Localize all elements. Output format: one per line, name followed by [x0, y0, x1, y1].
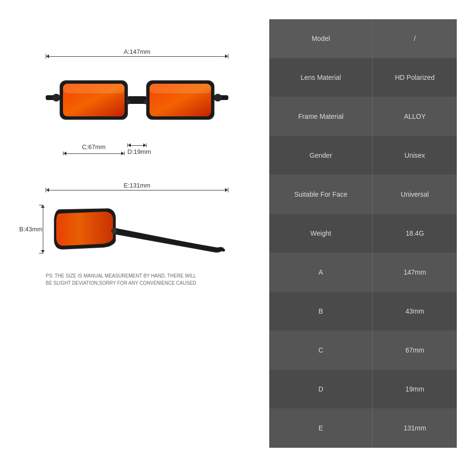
spec-value: /	[373, 19, 457, 58]
svg-line-13	[113, 231, 224, 250]
table-row: Frame MaterialALLOY	[269, 97, 457, 136]
dim-c-line: C:67mm	[63, 143, 125, 155]
dim-a-container: A:147mm	[46, 43, 228, 59]
spec-value: Universal	[373, 175, 457, 214]
specs-table: Model/Lens MaterialHD PolarizedFrame Mat…	[269, 19, 457, 448]
dim-a-label: A:147mm	[124, 48, 150, 55]
spec-label: Gender	[269, 136, 373, 175]
spec-label: Lens Material	[269, 58, 373, 97]
svg-rect-5	[150, 84, 211, 93]
spec-value: ALLOY	[373, 97, 457, 136]
spec-value: Unisex	[373, 136, 457, 175]
spec-value: 19mm	[373, 369, 457, 408]
spec-value: 147mm	[373, 252, 457, 291]
svg-point-11	[126, 100, 130, 104]
svg-point-14	[111, 228, 117, 234]
spec-label: D	[269, 369, 373, 408]
dim-cd-container: C:67mm	[46, 143, 228, 167]
table-row: Model/	[269, 19, 457, 58]
dim-b-label: B:43mm	[19, 226, 42, 233]
spec-value: 67mm	[373, 330, 457, 369]
svg-rect-6	[127, 96, 147, 104]
spec-value: HD Polarized	[373, 58, 457, 97]
right-panel: Model/Lens MaterialHD PolarizedFrame Mat…	[269, 19, 457, 448]
svg-rect-2	[63, 84, 125, 93]
spec-value: 43mm	[373, 291, 457, 330]
dim-d-label: D:19mm	[127, 148, 147, 155]
spec-label: A	[269, 252, 373, 291]
spec-label: Weight	[269, 214, 373, 252]
table-row: C67mm	[269, 330, 457, 369]
spec-label: B	[269, 291, 373, 330]
dim-d-line: D:19mm	[127, 143, 147, 155]
table-row: Lens MaterialHD Polarized	[269, 58, 457, 97]
svg-point-9	[52, 94, 60, 101]
ps-note: PS: THE SIZE IS MANUAL MEASUREMENT BY HA…	[46, 272, 228, 287]
spec-value: 18.4G	[373, 214, 457, 252]
table-row: A147mm	[269, 252, 457, 291]
svg-point-10	[214, 94, 222, 101]
spec-label: E	[269, 408, 373, 447]
table-row: Suitable For FaceUniversal	[269, 175, 457, 214]
dim-c-label: C:67mm	[63, 143, 125, 151]
spec-label: C	[269, 330, 373, 369]
spec-label: Model	[269, 19, 373, 58]
svg-point-12	[144, 100, 148, 104]
table-row: D19mm	[269, 369, 457, 408]
table-row: Weight18.4G	[269, 214, 457, 252]
spec-label: Suitable For Face	[269, 175, 373, 214]
spec-value: 131mm	[373, 408, 457, 447]
dim-e-container: E:131mm	[46, 177, 228, 192]
left-panel: A:147mm	[19, 19, 255, 448]
sunglasses-front-diagram	[46, 62, 228, 139]
spec-label: Frame Material	[269, 97, 373, 136]
sunglasses-side-diagram: B:43mm	[46, 195, 228, 263]
table-row: E131mm	[269, 408, 457, 447]
table-row: B43mm	[269, 291, 457, 330]
dim-e-label: E:131mm	[124, 182, 150, 189]
table-row: GenderUnisex	[269, 136, 457, 175]
